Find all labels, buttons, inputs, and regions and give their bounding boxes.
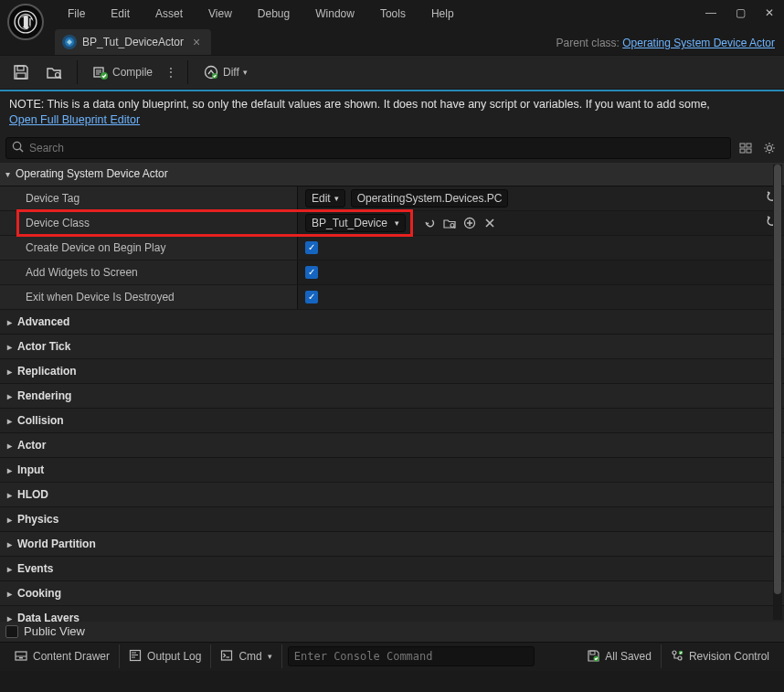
- menu-window[interactable]: Window: [302, 4, 367, 24]
- menu-file[interactable]: File: [55, 4, 98, 24]
- section-label: HLOD: [17, 488, 48, 501]
- tab-blueprint[interactable]: BP_Tut_DeviceActor ×: [55, 29, 211, 55]
- svg-rect-17: [740, 149, 745, 153]
- section-rendering[interactable]: Rendering: [0, 384, 784, 409]
- view-options-button[interactable]: [736, 139, 755, 157]
- category-header[interactable]: Operating System Device Actor: [0, 163, 784, 186]
- prop-exit-destroyed: Exit when Device Is Destroyed ✓: [0, 285, 784, 310]
- prop-label-exit-destroyed: Exit when Device Is Destroyed: [0, 285, 298, 309]
- expand-icon: [7, 365, 12, 378]
- minimize-icon[interactable]: —: [704, 5, 718, 20]
- search-row: [0, 133, 784, 163]
- svg-rect-18: [747, 149, 751, 153]
- section-label: Actor: [17, 439, 46, 452]
- search-input[interactable]: [29, 138, 725, 158]
- expand-icon: [7, 488, 12, 501]
- compile-button[interactable]: Compile: [85, 59, 160, 86]
- svg-rect-15: [740, 144, 745, 147]
- svg-line-14: [20, 149, 23, 152]
- section-cooking[interactable]: Cooking: [0, 581, 784, 606]
- open-full-editor-link[interactable]: Open Full Blueprint Editor: [9, 113, 140, 126]
- clear-icon[interactable]: [482, 216, 497, 230]
- maximize-icon[interactable]: ▢: [733, 5, 747, 20]
- svg-rect-3: [16, 73, 26, 79]
- menu-asset[interactable]: Asset: [143, 4, 196, 24]
- section-label: Input: [17, 463, 44, 476]
- menu-debug[interactable]: Debug: [245, 4, 302, 24]
- tab-close-icon[interactable]: ×: [189, 35, 204, 49]
- output-log-button[interactable]: Output Log: [120, 644, 211, 668]
- browse-asset-icon[interactable]: [442, 216, 457, 230]
- saved-icon: [587, 649, 599, 665]
- add-widgets-checkbox[interactable]: ✓: [305, 266, 318, 279]
- section-advanced[interactable]: Advanced: [0, 310, 784, 335]
- expand-icon: [7, 587, 12, 600]
- section-label: World Partition: [17, 538, 96, 550]
- revision-control-button[interactable]: Revision Control: [662, 644, 779, 668]
- device-class-dropdown[interactable]: BP_Tut_Device▾: [305, 214, 406, 232]
- menu-edit[interactable]: Edit: [98, 4, 143, 24]
- svg-rect-16: [747, 144, 751, 147]
- device-tag-edit-dropdown[interactable]: Edit▾: [305, 189, 345, 208]
- expand-icon: [7, 389, 12, 402]
- public-view-checkbox[interactable]: [5, 625, 18, 638]
- tab-title: BP_Tut_DeviceActor: [82, 36, 184, 48]
- section-physics[interactable]: Physics: [0, 507, 784, 532]
- svg-point-20: [450, 223, 454, 227]
- window-controls: — ▢ ✕: [704, 5, 777, 20]
- prop-device-class: Device Class BP_Tut_Device▾: [0, 211, 784, 236]
- diff-button[interactable]: Diff ▾: [196, 59, 255, 86]
- all-saved-button[interactable]: All Saved: [577, 644, 662, 668]
- device-tag-value[interactable]: OperatingSystem.Devices.PC: [351, 189, 509, 208]
- section-replication[interactable]: Replication: [0, 359, 784, 384]
- cmd-button[interactable]: Cmd ▾: [211, 644, 281, 668]
- parent-class-link[interactable]: Operating System Device Actor: [622, 37, 775, 49]
- section-hlod[interactable]: HLOD: [0, 483, 784, 507]
- section-events[interactable]: Events: [0, 557, 784, 581]
- browse-button[interactable]: [38, 59, 69, 86]
- svg-point-39: [678, 656, 682, 660]
- note-banner: NOTE: This is a data only blueprint, so …: [0, 90, 784, 133]
- expand-icon: [7, 414, 12, 427]
- drawer-icon: [15, 649, 27, 665]
- section-label: Actor Tick: [17, 340, 70, 353]
- svg-rect-34: [222, 651, 232, 660]
- settings-button[interactable]: [760, 139, 779, 157]
- menu-bar: File Edit Asset View Debug Window Tools …: [0, 0, 784, 27]
- close-icon[interactable]: ✕: [762, 5, 777, 20]
- chevron-down-icon: ▾: [243, 68, 248, 77]
- ue-logo[interactable]: [7, 4, 44, 40]
- menu-view[interactable]: View: [196, 4, 245, 24]
- section-actor[interactable]: Actor: [0, 433, 784, 458]
- expand-icon: [7, 612, 12, 622]
- properties-scroll: Operating System Device Actor Device Tag…: [0, 163, 784, 622]
- prop-value-device-class: BP_Tut_Device▾: [298, 211, 784, 235]
- content-drawer-button[interactable]: Content Drawer: [5, 644, 120, 668]
- console-input[interactable]: [288, 646, 535, 666]
- scrollbar-vertical[interactable]: [773, 165, 782, 620]
- prop-device-tag: Device Tag Edit▾ OperatingSystem.Devices…: [0, 186, 784, 211]
- create-new-icon[interactable]: [462, 216, 477, 230]
- svg-point-4: [56, 73, 60, 78]
- section-input[interactable]: Input: [0, 458, 784, 483]
- menu-help[interactable]: Help: [418, 4, 467, 24]
- svg-point-38: [673, 651, 676, 655]
- prop-label-device-tag: Device Tag: [0, 186, 298, 210]
- blueprint-icon: [62, 35, 77, 49]
- prop-label-device-class: Device Class: [0, 211, 298, 235]
- section-actor-tick[interactable]: Actor Tick: [0, 335, 784, 359]
- compile-label: Compile: [112, 66, 153, 79]
- section-collision[interactable]: Collision: [0, 409, 784, 433]
- section-label: Cooking: [17, 587, 61, 600]
- section-world-partition[interactable]: World Partition: [0, 532, 784, 557]
- menu-tools[interactable]: Tools: [367, 4, 418, 24]
- use-selected-icon[interactable]: [422, 216, 437, 230]
- section-data-layers[interactable]: Data Layers: [0, 606, 784, 622]
- compile-options-button[interactable]: ⋮: [162, 59, 180, 86]
- exit-destroyed-checkbox[interactable]: ✓: [305, 291, 318, 303]
- save-button[interactable]: [5, 59, 37, 86]
- scrollbar-thumb[interactable]: [774, 165, 781, 594]
- create-begin-checkbox[interactable]: ✓: [305, 241, 318, 254]
- section-label: Advanced: [17, 315, 69, 328]
- revision-icon: [671, 649, 683, 665]
